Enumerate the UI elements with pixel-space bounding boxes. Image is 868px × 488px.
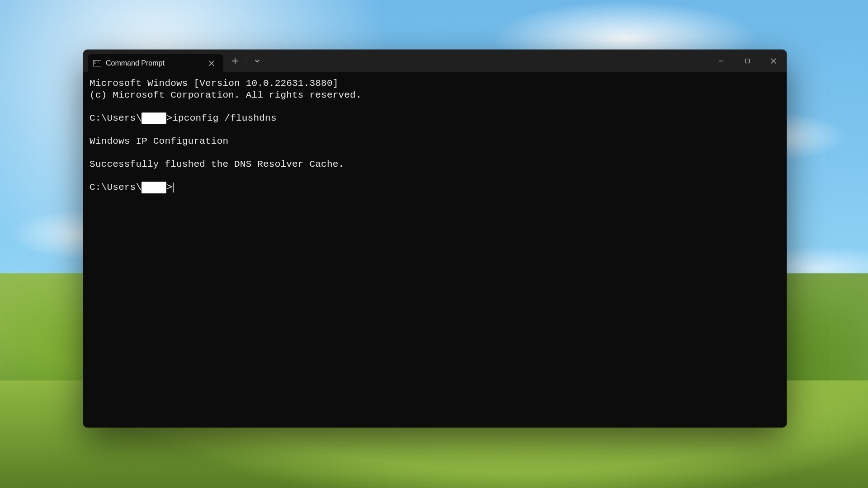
chevron-down-icon	[255, 58, 260, 64]
terminal-output[interactable]: Microsoft Windows [Version 10.0.22631.38…	[83, 72, 787, 427]
banner-line-1: Microsoft Windows [Version 10.0.22631.38…	[90, 78, 780, 89]
output-result: Successfully flushed the DNS Resolver Ca…	[90, 159, 780, 170]
tab-dropdown-button[interactable]	[248, 52, 266, 70]
output-header: Windows IP Configuration	[90, 136, 780, 147]
close-icon	[771, 58, 776, 64]
close-window-button[interactable]	[760, 50, 787, 72]
tab-close-button[interactable]	[206, 58, 217, 69]
prompt-prefix: C:\Users\	[90, 182, 142, 192]
close-icon	[209, 61, 214, 66]
maximize-icon	[745, 58, 750, 64]
new-tab-button[interactable]	[226, 52, 244, 70]
maximize-button[interactable]	[734, 50, 760, 72]
blank-line	[90, 101, 780, 113]
desktop-wallpaper: Command Prompt	[0, 0, 868, 488]
prompt-prefix: C:\Users\	[90, 113, 142, 123]
blank-line	[90, 147, 780, 159]
plus-icon	[232, 58, 238, 64]
blank-line	[90, 124, 780, 136]
titlebar[interactable]: Command Prompt	[83, 50, 787, 72]
redacted-username: ████	[142, 182, 166, 193]
command-line: C:\Users\████>ipconfig /flushdns	[90, 113, 780, 124]
tab-command-prompt[interactable]: Command Prompt	[88, 54, 223, 72]
tab-title: Command Prompt	[106, 59, 202, 67]
minimize-icon	[718, 58, 724, 64]
banner-line-2: (c) Microsoft Corporation. All rights re…	[90, 89, 780, 101]
entered-command: ipconfig /flushdns	[172, 113, 276, 123]
current-prompt-line: C:\Users\████>	[90, 182, 780, 193]
terminal-window: Command Prompt	[83, 50, 787, 427]
tab-divider	[246, 56, 246, 66]
prompt-suffix: >	[166, 182, 172, 192]
new-tab-area	[223, 50, 269, 72]
prompt-suffix: >	[166, 113, 172, 123]
blank-line	[90, 170, 780, 182]
titlebar-drag-region[interactable]	[269, 50, 708, 72]
window-controls	[708, 50, 787, 72]
redacted-username: ████	[142, 113, 166, 124]
tab-strip: Command Prompt	[83, 50, 223, 72]
minimize-button[interactable]	[708, 50, 734, 72]
text-cursor	[173, 183, 174, 192]
svg-rect-0	[745, 59, 750, 63]
cmd-icon	[93, 60, 101, 66]
